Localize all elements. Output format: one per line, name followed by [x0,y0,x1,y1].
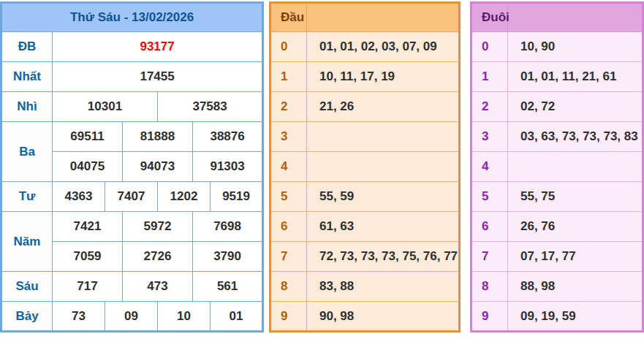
prize-number: 01 [211,302,263,332]
duoi-row: 555, 75 [471,182,643,212]
duoi-digit: 5 [471,182,508,212]
dau-digit: 5 [270,182,307,212]
duoi-header-row: Đuôi [471,3,643,32]
result-table: Thứ Sáu - 13/02/2026 ĐB93177Nhất17455Nhì… [0,1,264,332]
duoi-row: 202, 72 [471,92,643,122]
dau-numbers [307,152,460,182]
duoi-digit: 6 [471,212,508,242]
duoi-numbers: 55, 75 [508,182,643,212]
result-row: Nhì1030137583 [1,92,263,122]
duoi-numbers: 26, 76 [508,212,643,242]
duoi-header-label: Đuôi [471,3,508,32]
duoi-row: 101, 01, 11, 21, 61 [471,62,643,92]
duoi-numbers: 10, 90 [508,32,643,62]
prize-number: 1202 [158,182,211,212]
result-row: Năm742159727698 [1,212,263,242]
duoi-numbers: 07, 17, 77 [508,242,643,272]
dau-digit: 6 [270,212,307,242]
prize-number: 4363 [53,182,105,212]
prize-label: Sáu [1,272,53,302]
dau-row: 4 [270,152,460,182]
dau-numbers: 83, 88 [307,272,460,302]
dau-numbers: 72, 73, 73, 73, 75, 76, 77 [307,242,460,272]
duoi-digit: 4 [471,152,508,182]
dau-digit: 0 [270,32,307,62]
result-date-header: Thứ Sáu - 13/02/2026 [1,3,263,32]
duoi-numbers: 01, 01, 11, 21, 61 [508,62,643,92]
prize-number: 561 [193,272,263,302]
prize-number: 38876 [193,122,263,152]
prize-label: Nhất [1,62,53,92]
dau-numbers [307,122,460,152]
prize-label: Ba [1,122,53,182]
duoi-digit: 3 [471,122,508,152]
result-row: ĐB93177 [1,32,263,62]
prize-number: 09 [105,302,158,332]
prize-number: 17455 [53,62,263,92]
prize-number: 717 [53,272,123,302]
dau-row: 555, 59 [270,182,460,212]
prize-number: 73 [53,302,105,332]
dau-row: 661, 63 [270,212,460,242]
dau-row: 772, 73, 73, 73, 75, 76, 77 [270,242,460,272]
dau-row: 3 [270,122,460,152]
duoi-row: 303, 63, 73, 73, 73, 83 [471,122,643,152]
duoi-row: 010, 90 [471,32,643,62]
duoi-table: Đuôi 010, 90101, 01, 11, 21, 61202, 7230… [470,1,644,332]
duoi-row: 909, 19, 59 [471,302,643,332]
duoi-digit: 7 [471,242,508,272]
prize-number: 81888 [123,122,193,152]
dau-table: Đầu 001, 01, 02, 03, 07, 09110, 11, 17, … [269,1,461,332]
prize-number: 04075 [53,152,123,182]
dau-digit: 9 [270,302,307,332]
prize-number: 10 [158,302,211,332]
dau-header-label: Đầu [270,3,307,32]
prize-label: Năm [1,212,53,272]
dau-digit: 8 [270,272,307,302]
prize-number: 2726 [123,242,193,272]
prize-number: 94073 [123,152,193,182]
special-prize-number: 93177 [53,32,263,62]
result-row: Tư4363740712029519 [1,182,263,212]
prize-number: 473 [123,272,193,302]
dau-digit: 2 [270,92,307,122]
lottery-results-page: Thứ Sáu - 13/02/2026 ĐB93177Nhất17455Nhì… [0,0,644,342]
duoi-numbers: 03, 63, 73, 73, 73, 83 [508,122,643,152]
duoi-numbers: 88, 98 [508,272,643,302]
duoi-row: 707, 17, 77 [471,242,643,272]
duoi-header-empty [508,3,643,32]
dau-numbers: 01, 01, 02, 03, 07, 09 [307,32,460,62]
dau-header-empty [307,3,460,32]
duoi-row: 626, 76 [471,212,643,242]
result-row: Sáu717473561 [1,272,263,302]
dau-numbers: 90, 98 [307,302,460,332]
dau-numbers: 61, 63 [307,212,460,242]
duoi-numbers [508,152,643,182]
dau-header-row: Đầu [270,3,460,32]
dau-numbers: 21, 26 [307,92,460,122]
duoi-numbers: 09, 19, 59 [508,302,643,332]
duoi-numbers: 02, 72 [508,92,643,122]
prize-number: 37583 [158,92,263,122]
prize-label: Bảy [1,302,53,332]
dau-digit: 4 [270,152,307,182]
prize-number: 7407 [105,182,158,212]
prize-number: 7059 [53,242,123,272]
result-header-row: Thứ Sáu - 13/02/2026 [1,3,263,32]
result-row: Bảy73091001 [1,302,263,332]
duoi-digit: 9 [471,302,508,332]
dau-row: 001, 01, 02, 03, 07, 09 [270,32,460,62]
dau-digit: 1 [270,62,307,92]
result-row: Ba695118188838876 [1,122,263,152]
duoi-digit: 0 [471,32,508,62]
prize-number: 69511 [53,122,123,152]
prize-label: ĐB [1,32,53,62]
prize-number: 9519 [211,182,263,212]
dau-row: 110, 11, 17, 19 [270,62,460,92]
prize-number: 7698 [193,212,263,242]
prize-label: Nhì [1,92,53,122]
duoi-row: 4 [471,152,643,182]
dau-digit: 7 [270,242,307,272]
duoi-digit: 2 [471,92,508,122]
prize-number: 10301 [53,92,158,122]
